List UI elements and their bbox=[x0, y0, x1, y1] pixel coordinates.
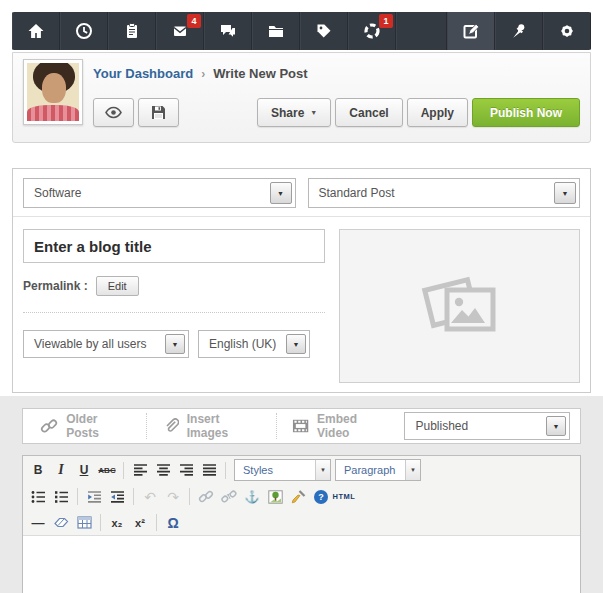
category-type-row: Software ▼ Standard Post ▼ bbox=[13, 169, 590, 217]
preview-button[interactable] bbox=[93, 98, 134, 127]
language-value: English (UK) bbox=[209, 337, 276, 351]
visibility-select[interactable]: Viewable by all users ▼ bbox=[23, 330, 189, 358]
horizontal-rule-button[interactable]: — bbox=[27, 512, 49, 533]
html-source-button[interactable]: HTML bbox=[333, 486, 355, 507]
avatar[interactable] bbox=[23, 59, 83, 125]
strikethrough-icon: ABC bbox=[98, 466, 115, 475]
post-type-select[interactable]: Standard Post ▼ bbox=[308, 178, 581, 208]
share-label: Share bbox=[271, 106, 304, 120]
toolbar-separator bbox=[123, 462, 124, 479]
undo-button[interactable]: ↶ bbox=[139, 486, 161, 507]
breadcrumb-separator-icon: › bbox=[201, 67, 205, 81]
html-icon: HTML bbox=[333, 492, 356, 501]
nav-pinned[interactable] bbox=[495, 12, 543, 50]
subscript-icon: x₂ bbox=[111, 517, 122, 529]
tab-insert-images[interactable]: Insert Images bbox=[146, 413, 276, 439]
nav-inbox[interactable]: 4 bbox=[156, 12, 204, 50]
chat-icon bbox=[219, 22, 237, 40]
help-button[interactable]: ? bbox=[310, 486, 332, 507]
nav-comments[interactable] bbox=[204, 12, 252, 50]
subscript-button[interactable]: x₂ bbox=[106, 512, 128, 533]
styles-select[interactable]: Styles ▼ bbox=[234, 459, 331, 481]
nav-posts[interactable] bbox=[108, 12, 156, 50]
publish-now-button[interactable]: Publish Now bbox=[472, 98, 580, 127]
remove-format-button[interactable] bbox=[50, 512, 72, 533]
special-character-button[interactable]: Ω bbox=[162, 512, 184, 533]
publish-now-label: Publish Now bbox=[490, 106, 562, 120]
image-placeholder-icon bbox=[419, 273, 501, 339]
avatar-face bbox=[42, 73, 66, 103]
insert-image-button[interactable] bbox=[264, 486, 286, 507]
nav-home[interactable] bbox=[12, 12, 60, 50]
status-select[interactable]: Published ▼ bbox=[404, 412, 570, 440]
share-button[interactable]: Share ▼ bbox=[257, 98, 331, 127]
tab-embed-video[interactable]: Embed Video bbox=[276, 413, 405, 439]
insert-link-button[interactable] bbox=[195, 486, 217, 507]
page-header: Your Dashboard › Write New Post Share ▼ … bbox=[12, 52, 591, 143]
chevron-down-icon[interactable]: ▼ bbox=[546, 416, 566, 436]
align-justify-button[interactable] bbox=[198, 460, 220, 481]
insert-image-icon bbox=[268, 490, 283, 504]
align-left-button[interactable] bbox=[129, 460, 151, 481]
nav-activity[interactable]: 1 bbox=[348, 12, 396, 50]
unlink-button[interactable] bbox=[218, 486, 240, 507]
apply-button[interactable]: Apply bbox=[407, 98, 468, 127]
align-center-button[interactable] bbox=[152, 460, 174, 481]
editor-toolbar-row-2: ↶ ↷ ⚓ ? HTML bbox=[23, 483, 580, 509]
cancel-button[interactable]: Cancel bbox=[335, 98, 402, 127]
breadcrumb-dashboard-link[interactable]: Your Dashboard bbox=[93, 66, 193, 81]
paragraph-format-select[interactable]: Paragraph ▼ bbox=[335, 459, 421, 481]
category-select[interactable]: Software ▼ bbox=[23, 178, 296, 208]
tab-insert-images-label: Insert Images bbox=[187, 412, 261, 440]
category-value: Software bbox=[34, 186, 81, 200]
mail-icon bbox=[171, 22, 189, 40]
nav-settings[interactable] bbox=[543, 12, 591, 50]
undo-icon: ↶ bbox=[144, 489, 156, 505]
nav-compose[interactable] bbox=[447, 12, 495, 50]
indent-button[interactable] bbox=[106, 486, 128, 507]
strikethrough-button[interactable]: ABC bbox=[96, 460, 118, 481]
post-type-value: Standard Post bbox=[319, 186, 395, 200]
pin-icon bbox=[510, 22, 528, 40]
bold-button[interactable]: B bbox=[27, 460, 49, 481]
anchor-icon: ⚓ bbox=[245, 490, 260, 504]
featured-image-dropzone[interactable] bbox=[339, 229, 580, 383]
tab-older-posts[interactable]: Older Posts bbox=[25, 413, 146, 439]
underline-button[interactable]: U bbox=[73, 460, 95, 481]
link-icon bbox=[198, 489, 214, 504]
numbered-list-button[interactable] bbox=[50, 486, 72, 507]
nav-files[interactable] bbox=[252, 12, 300, 50]
redo-button[interactable]: ↷ bbox=[162, 486, 184, 507]
redo-icon: ↷ bbox=[167, 489, 179, 505]
align-right-button[interactable] bbox=[175, 460, 197, 481]
superscript-button[interactable]: x² bbox=[129, 512, 151, 533]
chevron-down-icon[interactable]: ▼ bbox=[286, 334, 306, 354]
language-select[interactable]: English (UK) ▼ bbox=[198, 330, 310, 358]
divider bbox=[23, 312, 325, 313]
permalink-edit-button[interactable]: Edit bbox=[96, 276, 139, 296]
bullet-list-button[interactable] bbox=[27, 486, 49, 507]
save-draft-button[interactable] bbox=[138, 98, 179, 127]
compose-icon bbox=[462, 22, 480, 40]
toolbar-separator bbox=[189, 488, 190, 505]
horizontal-rule-icon: — bbox=[32, 515, 45, 530]
editor-content-area[interactable] bbox=[23, 535, 580, 593]
insert-table-button[interactable] bbox=[73, 512, 95, 533]
blog-title-input[interactable] bbox=[23, 229, 325, 263]
outdent-button[interactable] bbox=[83, 486, 105, 507]
anchor-button[interactable]: ⚓ bbox=[241, 486, 263, 507]
chevron-down-icon[interactable]: ▼ bbox=[165, 334, 185, 354]
visibility-language-row: Viewable by all users ▼ English (UK) ▼ bbox=[23, 330, 325, 358]
cleanup-button[interactable] bbox=[287, 486, 309, 507]
chevron-down-icon[interactable]: ▼ bbox=[554, 182, 576, 204]
chevron-down-icon[interactable]: ▼ bbox=[270, 182, 292, 204]
content-section: Older Posts Insert Images Embed Video Pu… bbox=[0, 396, 603, 593]
folder-icon bbox=[267, 22, 285, 40]
post-body: Permalink : Edit Viewable by all users ▼… bbox=[13, 217, 590, 395]
nav-tags[interactable] bbox=[300, 12, 348, 50]
editor-toolbar-row-1: B I U ABC Styles bbox=[23, 456, 580, 483]
italic-button[interactable]: I bbox=[50, 460, 72, 481]
tab-embed-video-label: Embed Video bbox=[317, 412, 389, 440]
editor-toolbar-row-3: — x₂ x² Ω bbox=[23, 509, 580, 535]
nav-history[interactable] bbox=[60, 12, 108, 50]
